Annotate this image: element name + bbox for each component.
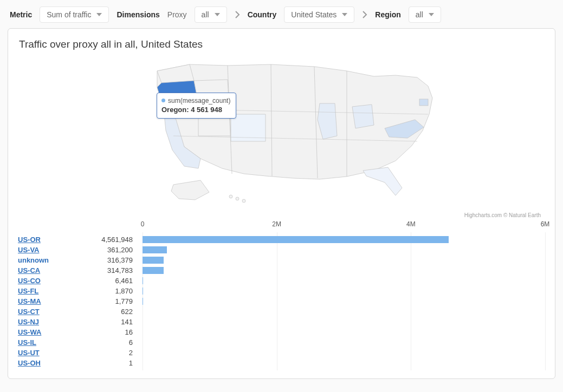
row-value: 361,200	[72, 246, 143, 254]
table-row: US-CT622	[18, 306, 545, 317]
region-link[interactable]: US-VA	[18, 246, 39, 254]
row-value: 4,561,948	[72, 236, 143, 244]
choropleth-map[interactable]: sum(message_count) Oregon: 4 561 948 Hig…	[18, 55, 545, 217]
tooltip-series: sum(message_count)	[168, 97, 230, 104]
region-label: unknown	[18, 256, 49, 264]
metric-select-value: Sum of traffic	[47, 10, 91, 19]
row-value: 1	[72, 359, 143, 367]
chevron-down-icon	[342, 13, 347, 16]
series-dot-icon	[161, 99, 165, 102]
map-attribution: Highcharts.com © Natural Earth	[464, 212, 541, 218]
region-link[interactable]: US-CA	[18, 266, 40, 275]
row-value: 141	[72, 318, 143, 326]
row-value: 1,870	[72, 287, 143, 295]
table-row: unknown316,379	[18, 255, 545, 265]
proxy-label: Proxy	[167, 10, 187, 19]
row-value: 622	[72, 308, 143, 316]
row-value: 1,779	[72, 297, 143, 305]
region-select-value: all	[416, 10, 423, 19]
region-link[interactable]: US-WA	[18, 328, 41, 336]
row-value: 16	[72, 328, 143, 336]
chart-title: Traffic over proxy all in all, United St…	[19, 38, 545, 50]
region-link[interactable]: US-FL	[18, 287, 38, 295]
proxy-select-value: all	[202, 10, 209, 19]
bar-cell	[143, 286, 545, 296]
region-link[interactable]: US-CO	[18, 277, 41, 285]
tooltip-value: 4 561 948	[191, 106, 222, 114]
metric-select[interactable]: Sum of traffic	[40, 6, 109, 23]
row-value: 2	[72, 349, 143, 357]
axis-tick: 4M	[406, 220, 416, 228]
region-link[interactable]: US-MA	[18, 297, 41, 305]
region-link[interactable]: US-CT	[18, 308, 40, 316]
country-select-value: United States	[291, 10, 336, 19]
region-label: Region	[375, 10, 400, 19]
metric-label: Metric	[10, 10, 32, 19]
bar[interactable]	[143, 257, 164, 264]
country-label: Country	[248, 10, 277, 19]
table-row: US-IL6	[18, 337, 545, 348]
region-link[interactable]: US-NJ	[18, 318, 39, 326]
table-row: US-OH1	[18, 358, 545, 368]
region-link[interactable]: US-UT	[18, 349, 40, 357]
proxy-select[interactable]: all	[195, 6, 227, 23]
table-row: US-MA1,779	[18, 296, 545, 306]
table-row: US-OR4,561,948	[18, 234, 545, 245]
svg-point-8	[242, 199, 245, 202]
bar[interactable]	[143, 267, 164, 274]
bar-cell	[143, 265, 545, 276]
axis-tick: 6M	[541, 220, 550, 228]
chevron-right-icon	[362, 11, 367, 18]
bar-cell	[143, 327, 545, 337]
chevron-down-icon	[215, 13, 220, 16]
chart-card: Traffic over proxy all in all, United St…	[8, 28, 555, 379]
bar-cell	[143, 337, 545, 348]
region-select[interactable]: all	[409, 6, 441, 23]
row-value: 316,379	[72, 256, 143, 264]
region-link[interactable]: US-OR	[18, 236, 41, 244]
state-ohio[interactable]	[352, 104, 374, 128]
table-row: US-CO6,461	[18, 276, 545, 286]
bar[interactable]	[143, 277, 143, 284]
region-link[interactable]: US-IL	[18, 338, 36, 347]
row-value: 6,461	[72, 277, 143, 285]
region-link[interactable]: US-OH	[18, 359, 41, 367]
chevron-down-icon	[96, 13, 102, 16]
bar-cell	[143, 306, 545, 317]
bar-cell	[143, 296, 545, 306]
svg-point-6	[229, 195, 232, 198]
bar-chart: 02M4M6M US-OR4,561,948US-VA361,200unknow…	[18, 220, 545, 368]
table-row: US-WA16	[18, 327, 545, 337]
table-row: US-UT2	[18, 348, 545, 358]
svg-point-7	[236, 197, 239, 200]
bar-cell	[143, 276, 545, 286]
axis-tick: 2M	[272, 220, 281, 228]
tooltip-region: Oregon	[161, 106, 186, 114]
gridline	[545, 232, 546, 370]
bar-cell	[143, 245, 545, 255]
bar[interactable]	[143, 246, 167, 253]
table-row: US-FL1,870	[18, 286, 545, 296]
bar-cell	[143, 348, 545, 358]
axis-tick: 0	[141, 220, 145, 228]
bar-cell	[143, 358, 545, 368]
bar-cell	[143, 317, 545, 327]
dimensions-label: Dimensions	[117, 10, 159, 19]
bar[interactable]	[143, 236, 449, 243]
x-axis: 02M4M6M	[143, 220, 545, 234]
row-value: 314,783	[72, 266, 143, 275]
country-select[interactable]: United States	[284, 6, 354, 23]
state-connecticut[interactable]	[419, 99, 428, 106]
state-florida[interactable]	[363, 167, 402, 195]
table-row: US-NJ141	[18, 317, 545, 327]
bar-cell	[143, 234, 545, 245]
map-tooltip: sum(message_count) Oregon: 4 561 948	[157, 93, 236, 119]
filter-bar: Metric Sum of traffic Dimensions Proxy a…	[8, 6, 555, 28]
bar-cell	[143, 255, 545, 265]
chevron-down-icon	[429, 13, 434, 16]
chevron-right-icon	[235, 11, 240, 18]
table-row: US-VA361,200	[18, 245, 545, 255]
table-row: US-CA314,783	[18, 265, 545, 276]
row-value: 6	[72, 338, 143, 347]
